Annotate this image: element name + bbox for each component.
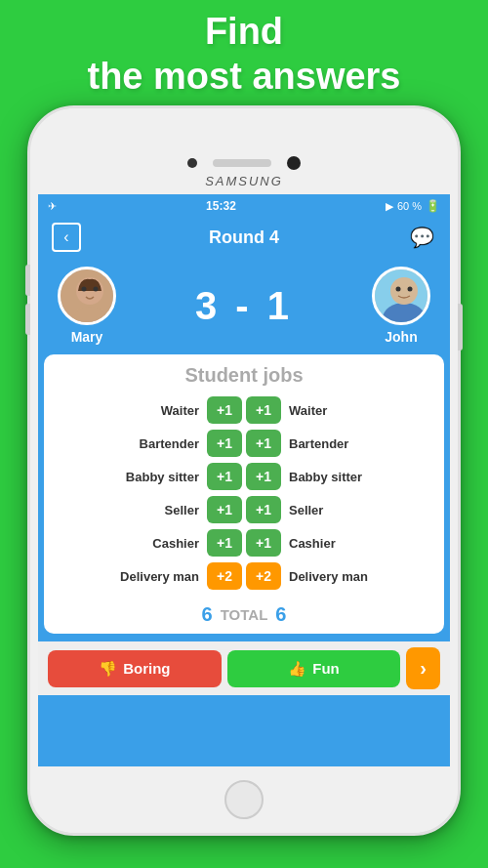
back-icon: ‹ bbox=[63, 228, 68, 246]
answer-row: Babby sitter +1 +1 Babby sitter bbox=[52, 463, 436, 490]
battery-text: 60 % bbox=[397, 200, 422, 212]
players-section: Mary 3 - 1 John bbox=[38, 257, 450, 354]
chat-button[interactable]: 💬 bbox=[407, 223, 436, 252]
svg-point-8 bbox=[395, 287, 400, 292]
player2-name: John bbox=[385, 329, 417, 345]
phone-cameras bbox=[187, 156, 301, 170]
nav-bar: ‹ Round 4 💬 bbox=[38, 218, 450, 257]
answers-table: Waiter +1 +1 Waiter Bartender +1 +1 Bart… bbox=[44, 396, 444, 590]
camera-dot-left bbox=[187, 158, 197, 168]
total-right: 6 bbox=[275, 603, 286, 626]
location-icon: ▶ bbox=[386, 200, 393, 213]
answer-left-1: Bartender bbox=[52, 436, 203, 451]
player1: Mary bbox=[58, 267, 116, 345]
svg-point-4 bbox=[94, 287, 99, 292]
answer-row: Delivery man +2 +2 Delivery man bbox=[52, 562, 436, 590]
speaker-grille bbox=[213, 159, 271, 167]
status-bar: ✈ 15:32 ▶ 60 % 🔋 bbox=[38, 194, 450, 218]
home-button[interactable] bbox=[224, 780, 264, 819]
boring-button[interactable]: 👎 Boring bbox=[48, 650, 222, 687]
svg-point-9 bbox=[407, 287, 412, 292]
vol-up bbox=[25, 265, 30, 296]
badge1-1: +1 bbox=[207, 430, 242, 457]
nav-title: Round 4 bbox=[209, 227, 279, 248]
svg-point-7 bbox=[390, 277, 418, 305]
category-title: Student jobs bbox=[44, 364, 444, 387]
badge2-5: +2 bbox=[246, 562, 281, 590]
badge1-4: +1 bbox=[207, 529, 242, 557]
badge2-1: +1 bbox=[246, 430, 281, 457]
phone-bottom-bezel bbox=[30, 766, 458, 833]
boring-label: Boring bbox=[123, 660, 170, 677]
next-button[interactable]: › bbox=[406, 647, 440, 689]
answer-row: Waiter +1 +1 Waiter bbox=[52, 396, 436, 424]
power-button bbox=[458, 304, 463, 351]
answer-left-2: Babby sitter bbox=[52, 470, 203, 484]
badge2-0: +1 bbox=[246, 396, 281, 424]
fun-label: Fun bbox=[312, 660, 340, 677]
status-left: ✈ bbox=[48, 200, 57, 213]
badge1-5: +2 bbox=[207, 562, 242, 590]
answer-right-3: Seller bbox=[285, 503, 436, 517]
badge1-0: +1 bbox=[207, 396, 242, 424]
answer-left-4: Cashier bbox=[52, 536, 203, 551]
action-buttons: 👎 Boring 👍 Fun › bbox=[38, 641, 450, 695]
badge2-4: +1 bbox=[246, 529, 281, 557]
phone-shell: SAMSUNG ✈ 15:32 ▶ 60 % 🔋 ‹ Round 4 💬 bbox=[27, 105, 461, 836]
phone-top-bezel: SAMSUNG bbox=[30, 108, 458, 194]
total-label: TOTAL bbox=[221, 606, 268, 623]
answer-left-5: Delivery man bbox=[52, 569, 203, 584]
total-row: 6 TOTAL 6 bbox=[44, 596, 444, 628]
vol-down bbox=[25, 304, 30, 335]
battery-icon: 🔋 bbox=[426, 199, 440, 213]
player1-avatar bbox=[58, 267, 116, 325]
volume-buttons bbox=[25, 265, 30, 335]
chat-icon: 💬 bbox=[410, 226, 434, 249]
player2-avatar bbox=[372, 267, 430, 325]
fun-button[interactable]: 👍 Fun bbox=[227, 650, 401, 687]
score-display: 3 - 1 bbox=[195, 284, 293, 328]
total-left: 6 bbox=[202, 603, 213, 626]
next-icon: › bbox=[420, 657, 427, 680]
answer-row: Cashier +1 +1 Cashier bbox=[52, 529, 436, 557]
header-line2: the most answers bbox=[0, 55, 488, 100]
thumbs-up-icon: 👍 bbox=[288, 660, 306, 678]
badge1-3: +1 bbox=[207, 496, 242, 523]
answer-right-5: Delivery man bbox=[285, 569, 436, 584]
player2: John bbox=[372, 267, 430, 345]
answer-right-1: Bartender bbox=[285, 436, 436, 451]
airplane-icon: ✈ bbox=[48, 200, 57, 213]
phone-screen: ✈ 15:32 ▶ 60 % 🔋 ‹ Round 4 💬 bbox=[38, 194, 450, 766]
answer-right-0: Waiter bbox=[285, 403, 436, 418]
badge1-2: +1 bbox=[207, 463, 242, 490]
badge2-3: +1 bbox=[246, 496, 281, 523]
player1-name: Mary bbox=[71, 329, 103, 345]
answer-right-2: Babby sitter bbox=[285, 470, 436, 484]
content-card: Student jobs Waiter +1 +1 Waiter Bartend… bbox=[44, 354, 444, 634]
answer-right-4: Cashier bbox=[285, 536, 436, 551]
back-button[interactable]: ‹ bbox=[52, 223, 81, 252]
status-right: ▶ 60 % 🔋 bbox=[386, 199, 440, 213]
answer-left-3: Seller bbox=[52, 503, 203, 517]
answer-row: Seller +1 +1 Seller bbox=[52, 496, 436, 523]
thumbs-down-icon: 👎 bbox=[99, 660, 117, 678]
header-line1: Find bbox=[0, 10, 488, 55]
status-time: 15:32 bbox=[206, 199, 236, 213]
answer-left-0: Waiter bbox=[52, 403, 203, 418]
badge2-2: +1 bbox=[246, 463, 281, 490]
svg-point-3 bbox=[82, 287, 87, 292]
header: Find the most answers bbox=[0, 10, 488, 99]
answer-row: Bartender +1 +1 Bartender bbox=[52, 430, 436, 457]
brand-label: SAMSUNG bbox=[205, 174, 283, 188]
front-camera bbox=[287, 156, 301, 170]
